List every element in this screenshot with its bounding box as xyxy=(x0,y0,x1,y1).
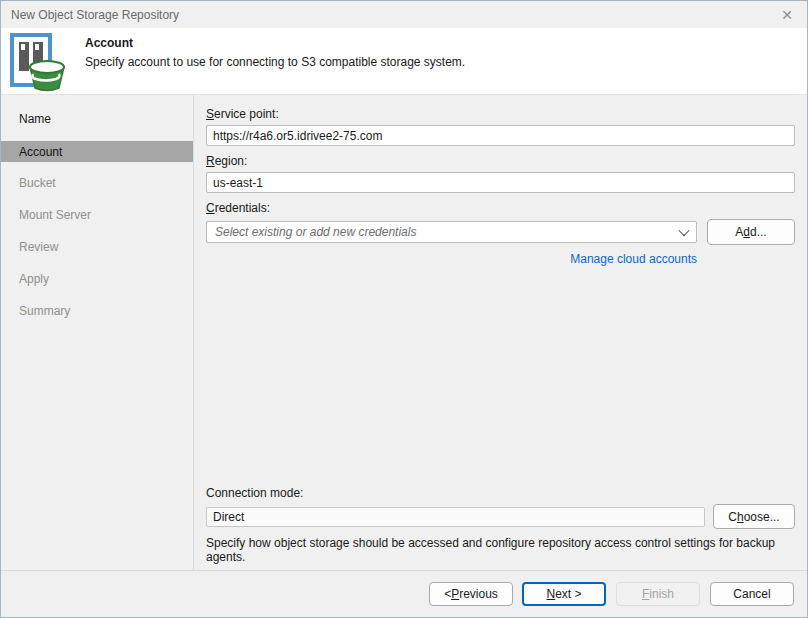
new-object-storage-repository-dialog: New Object Storage Repository ✕ Account … xyxy=(0,0,808,618)
object-storage-bucket-icon xyxy=(9,33,69,93)
wizard-steps-sidebar: Name Account Bucket Mount Server Review … xyxy=(1,95,194,570)
region-label: Region: xyxy=(206,154,795,168)
finish-button[interactable]: Finish xyxy=(616,582,700,606)
service-point-input[interactable]: https://r4a6.or5.idrivee2-75.com xyxy=(206,125,795,146)
connection-mode-value: Direct xyxy=(213,510,244,524)
window-title: New Object Storage Repository xyxy=(11,8,179,22)
connection-mode-label: Connection mode: xyxy=(206,486,795,500)
manage-accounts-row: Manage cloud accounts xyxy=(206,252,697,266)
service-point-value: https://r4a6.or5.idrivee2-75.com xyxy=(213,129,382,143)
service-point-label: Service point: xyxy=(206,107,795,121)
connection-mode-help-text: Specify how object storage should be acc… xyxy=(206,536,795,564)
previous-button[interactable]: < Previous xyxy=(429,582,513,606)
wizard-footer: < Previous Next > Finish Cancel xyxy=(1,570,807,617)
sidebar-item-mount-server[interactable]: Mount Server xyxy=(1,199,193,231)
sidebar-item-account[interactable]: Account xyxy=(1,141,193,162)
sidebar-item-name[interactable]: Name xyxy=(1,103,193,135)
wizard-header: Account Specify account to use for conne… xyxy=(1,28,807,95)
add-credentials-button[interactable]: Add... xyxy=(707,219,795,245)
content-spacer xyxy=(206,266,795,486)
connection-mode-input: Direct xyxy=(206,507,705,527)
credentials-label: Credentials: xyxy=(206,201,795,215)
sidebar-item-apply[interactable]: Apply xyxy=(1,263,193,295)
dialog-body: Name Account Bucket Mount Server Review … xyxy=(1,95,807,570)
header-text: Account Specify account to use for conne… xyxy=(85,33,465,69)
connection-mode-row: Direct Choose... xyxy=(206,504,795,529)
step-title: Account xyxy=(85,36,465,50)
credentials-placeholder: Select existing or add new credentials xyxy=(215,225,674,239)
step-subtitle: Specify account to use for connecting to… xyxy=(85,55,465,69)
next-button[interactable]: Next > xyxy=(522,582,606,606)
choose-connection-mode-button[interactable]: Choose... xyxy=(713,504,795,529)
credentials-dropdown[interactable]: Select existing or add new credentials xyxy=(206,221,697,243)
credentials-row: Select existing or add new credentials A… xyxy=(206,219,795,245)
sidebar-item-review[interactable]: Review xyxy=(1,231,193,263)
sidebar-item-bucket[interactable]: Bucket xyxy=(1,167,193,199)
region-input[interactable]: us-east-1 xyxy=(206,172,795,193)
chevron-down-icon xyxy=(678,225,689,236)
close-icon[interactable]: ✕ xyxy=(777,6,797,24)
sidebar-item-summary[interactable]: Summary xyxy=(1,295,193,327)
title-bar: New Object Storage Repository ✕ xyxy=(1,1,807,28)
manage-cloud-accounts-link[interactable]: Manage cloud accounts xyxy=(570,252,697,266)
account-step-content: Service point: https://r4a6.or5.idrivee2… xyxy=(194,95,807,570)
region-value: us-east-1 xyxy=(213,176,263,190)
cancel-button[interactable]: Cancel xyxy=(710,582,794,606)
